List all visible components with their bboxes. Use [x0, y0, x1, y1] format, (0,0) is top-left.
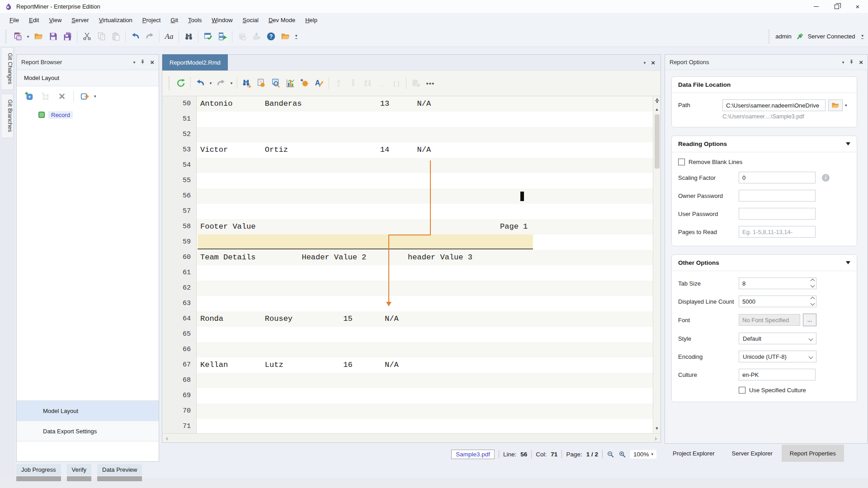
add-collection-button[interactable]	[38, 89, 53, 103]
db-verify-button[interactable]	[409, 76, 423, 90]
scaling-factor-input[interactable]	[739, 172, 816, 183]
splitter-handle-icon[interactable]	[654, 98, 660, 104]
close-panel-icon[interactable]: ×	[859, 59, 863, 66]
browser-nav-item[interactable]: Data Export Settings	[17, 421, 159, 441]
zoom-in-icon[interactable]	[618, 450, 626, 458]
dock-tab[interactable]: Project Explorer	[665, 445, 722, 462]
window-position-dropdown[interactable]: ▾	[133, 60, 136, 65]
editor-line[interactable]: 58 Footer Value Page 1	[162, 219, 660, 235]
dock-tab[interactable]: Verify	[67, 464, 92, 481]
toolbar-grip[interactable]	[5, 30, 8, 43]
editor-undo-dropdown[interactable]: ▾	[208, 76, 214, 90]
editor-line[interactable]: 70	[162, 404, 660, 419]
menu-item[interactable]: Server	[66, 14, 94, 26]
font-style-button[interactable]	[312, 76, 326, 90]
editor-line[interactable]: 63	[162, 296, 660, 311]
menu-item[interactable]: Window	[207, 14, 237, 26]
editor-content[interactable]: 50 Antonio Banderas 13 N/A 51 52 53	[162, 96, 660, 433]
editor-line[interactable]: 51	[162, 112, 660, 127]
verify-window-button[interactable]	[201, 29, 215, 44]
editor-line[interactable]: 68	[162, 373, 660, 388]
user-password-input[interactable]	[739, 208, 816, 220]
editor-tab-reportmodel2[interactable]: ReportModel2.Rmd	[162, 54, 228, 70]
dock-tab[interactable]: Git Changes	[2, 47, 14, 90]
editor-line[interactable]: 69	[162, 388, 660, 404]
scroll-down-icon[interactable]: ▼	[655, 427, 659, 431]
editor-line[interactable]: 71	[162, 419, 660, 433]
browser-nav-item[interactable]: Model Layout	[17, 401, 159, 421]
spinner-up-icon[interactable]	[811, 297, 815, 301]
editor-line[interactable]: 64 Ronda Rousey 15 N/A	[162, 311, 660, 327]
open-project-button[interactable]	[278, 29, 292, 44]
horizontal-scrollbar[interactable]: ‹ ›	[162, 433, 660, 442]
field-statistics-button[interactable]	[283, 76, 297, 90]
menu-item[interactable]: Dev Mode	[264, 14, 300, 26]
menu-item[interactable]: Tools	[183, 14, 207, 26]
culture-input[interactable]	[739, 369, 816, 380]
run-window-button[interactable]	[215, 29, 230, 44]
use-specified-culture-checkbox[interactable]	[739, 387, 745, 394]
editor-line[interactable]: 65	[162, 327, 660, 342]
editor-line[interactable]: 66	[162, 342, 660, 357]
editor-line[interactable]: 61	[162, 265, 660, 281]
toolbar-overflow-dropdown[interactable]: ▾	[295, 34, 297, 39]
export-dropdown[interactable]: ▾	[94, 94, 96, 99]
add-record-button[interactable]	[22, 89, 37, 103]
export-button[interactable]	[78, 89, 92, 103]
menu-item[interactable]: Social	[238, 14, 264, 26]
database-button[interactable]	[235, 29, 249, 44]
editor-line[interactable]: 56	[162, 188, 660, 204]
scroll-right-icon[interactable]: ›	[655, 435, 657, 442]
displayed-line-count-input[interactable]	[739, 296, 816, 307]
auto-create-fields-button[interactable]	[297, 76, 312, 90]
menu-item[interactable]: Edit	[24, 14, 44, 26]
pin-icon[interactable]	[849, 59, 854, 65]
open-button[interactable]	[31, 29, 46, 44]
browse-file-button[interactable]	[828, 99, 843, 111]
dock-tab[interactable]: Report Properties	[782, 445, 844, 462]
spinner-up-icon[interactable]	[811, 279, 815, 283]
pattern-settings-button[interactable]	[254, 76, 269, 90]
toolbar-overflow-dropdown[interactable]: ▾	[861, 34, 863, 39]
scroll-up-icon[interactable]: ▲	[655, 108, 659, 112]
redo-button[interactable]	[142, 29, 157, 44]
editor-undo-button[interactable]	[193, 76, 208, 90]
close-panel-icon[interactable]: ×	[150, 59, 154, 66]
dock-tab[interactable]: Job Progress	[16, 464, 61, 481]
owner-password-input[interactable]	[739, 190, 816, 202]
collapse-icon[interactable]	[846, 261, 850, 264]
new-report-button[interactable]	[10, 29, 25, 44]
underscore-button[interactable]: __	[375, 76, 389, 90]
font-button[interactable]: Aa	[162, 29, 176, 44]
find-in-document-button[interactable]	[240, 76, 254, 90]
editor-line[interactable]: 67 Kellan Lutz 16 N/A	[162, 357, 660, 373]
editor-line[interactable]: 54	[162, 158, 660, 173]
remove-blank-lines-checkbox[interactable]	[678, 159, 685, 165]
spinner-down-icon[interactable]	[811, 301, 815, 306]
font-browse-button[interactable]: ...	[803, 314, 816, 326]
path-dropdown[interactable]: ▾	[845, 103, 847, 108]
sort-alpha-button[interactable]: az	[331, 76, 346, 90]
copy-button[interactable]	[94, 29, 108, 44]
vertical-scrollbar[interactable]: ▲ ▼	[653, 96, 660, 433]
zoom-level-dropdown[interactable]: 100% ▾	[630, 450, 656, 459]
style-select[interactable]: Default	[739, 333, 816, 344]
window-position-dropdown[interactable]: ▾	[842, 60, 844, 65]
tree-item-record[interactable]: Record	[17, 109, 159, 121]
sort-alphanumeric-button[interactable]: a-z0-9	[360, 76, 375, 90]
toolbar-more-button[interactable]: •••	[423, 76, 438, 90]
preview-data-button[interactable]	[269, 76, 283, 90]
pin-icon[interactable]	[140, 59, 146, 65]
menu-item[interactable]: Git	[165, 14, 183, 26]
delete-node-button[interactable]: ✕	[55, 89, 69, 103]
tab-size-input[interactable]	[739, 277, 816, 289]
pages-to-read-input[interactable]	[739, 226, 816, 238]
minimize-button[interactable]	[806, 0, 826, 13]
editor-line[interactable]: 50 Antonio Banderas 13 N/A	[162, 96, 660, 112]
toolbar-grip[interactable]	[769, 30, 771, 43]
editor-line[interactable]: 53 Victor Ortiz 14 N/A	[162, 142, 660, 158]
zoom-out-icon[interactable]	[607, 450, 614, 458]
undo-button[interactable]	[128, 29, 142, 44]
editor-line[interactable]: 62	[162, 281, 660, 296]
dock-tab[interactable]: Git Branches	[2, 94, 14, 138]
